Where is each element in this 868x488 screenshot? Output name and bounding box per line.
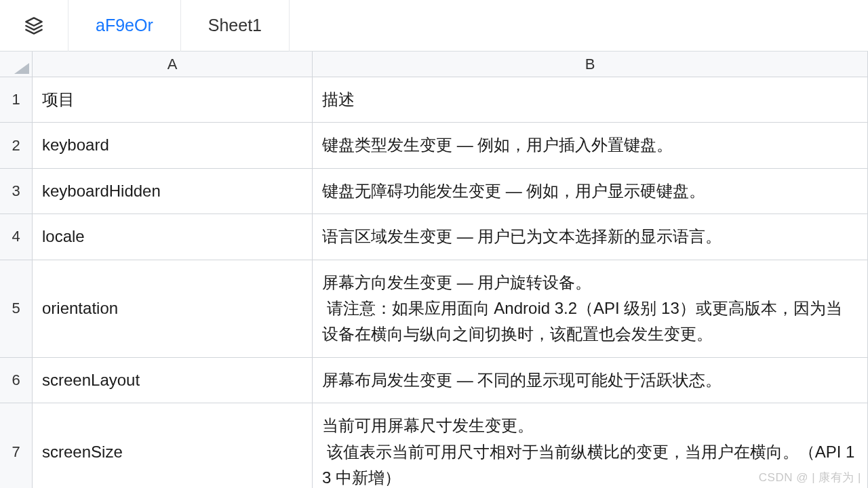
cell[interactable]: 项目 bbox=[33, 77, 313, 123]
tab-active[interactable]: aF9eOr bbox=[68, 0, 180, 52]
column-headers: A B bbox=[0, 52, 868, 77]
cell[interactable]: 屏幕方向发生变更 — 用户旋转设备。 请注意：如果应用面向 Android 3.… bbox=[313, 260, 868, 358]
cell[interactable]: 语言区域发生变更 — 用户已为文本选择新的显示语言。 bbox=[313, 214, 868, 260]
cell[interactable]: screenLayout bbox=[33, 358, 313, 403]
rows-container: 1 项目 描述 2 keyboard 键盘类型发生变更 — 例如，用户插入外置键… bbox=[0, 77, 868, 488]
row-header[interactable]: 7 bbox=[0, 403, 33, 488]
cell[interactable]: 键盘无障碍功能发生变更 — 例如，用户显示硬键盘。 bbox=[313, 169, 868, 214]
column-header-a[interactable]: A bbox=[33, 52, 313, 77]
table-row: 6 screenLayout 屏幕布局发生变更 — 不同的显示现可能处于活跃状态… bbox=[0, 358, 868, 403]
column-header-b[interactable]: B bbox=[313, 52, 868, 77]
select-all-corner[interactable] bbox=[0, 52, 33, 77]
cell[interactable]: orientation bbox=[33, 260, 313, 358]
cell[interactable]: 描述 bbox=[313, 77, 868, 123]
row-header[interactable]: 6 bbox=[0, 358, 33, 403]
tab-separator bbox=[289, 0, 290, 52]
tab-label: aF9eOr bbox=[96, 16, 153, 35]
table-row: 1 项目 描述 bbox=[0, 77, 868, 123]
row-header[interactable]: 1 bbox=[0, 77, 33, 123]
cell[interactable]: 键盘类型发生变更 — 例如，用户插入外置键盘。 bbox=[313, 123, 868, 168]
row-header[interactable]: 3 bbox=[0, 169, 33, 214]
tab-label: Sheet1 bbox=[208, 16, 262, 35]
layers-icon[interactable] bbox=[24, 16, 43, 35]
table-row: 4 locale 语言区域发生变更 — 用户已为文本选择新的显示语言。 bbox=[0, 214, 868, 260]
column-header-label: B bbox=[585, 56, 595, 73]
row-header[interactable]: 5 bbox=[0, 260, 33, 358]
table-row: 5 orientation 屏幕方向发生变更 — 用户旋转设备。 请注意：如果应… bbox=[0, 260, 868, 358]
cell[interactable]: 屏幕布局发生变更 — 不同的显示现可能处于活跃状态。 bbox=[313, 358, 868, 403]
table-row: 2 keyboard 键盘类型发生变更 — 例如，用户插入外置键盘。 bbox=[0, 123, 868, 168]
cell[interactable]: locale bbox=[33, 214, 313, 260]
watermark: CSDN @ | 康有为 | bbox=[759, 470, 861, 485]
cell[interactable]: keyboard bbox=[33, 123, 313, 168]
table-row: 3 keyboardHidden 键盘无障碍功能发生变更 — 例如，用户显示硬键… bbox=[0, 169, 868, 214]
tab-bar: aF9eOr Sheet1 bbox=[0, 0, 868, 52]
sheet-area: A B 1 项目 描述 2 keyboard 键盘类型发生变更 — 例如，用户插… bbox=[0, 52, 868, 488]
column-header-label: A bbox=[167, 56, 178, 73]
svg-marker-0 bbox=[26, 18, 41, 26]
row-header[interactable]: 2 bbox=[0, 123, 33, 168]
cell[interactable]: screenSize bbox=[33, 403, 313, 488]
tab-inactive[interactable]: Sheet1 bbox=[181, 0, 289, 52]
cell[interactable]: keyboardHidden bbox=[33, 169, 313, 214]
row-header[interactable]: 4 bbox=[0, 214, 33, 260]
table-row: 7 screenSize 当前可用屏幕尺寸发生变更。 该值表示当前可用尺寸相对于… bbox=[0, 403, 868, 488]
